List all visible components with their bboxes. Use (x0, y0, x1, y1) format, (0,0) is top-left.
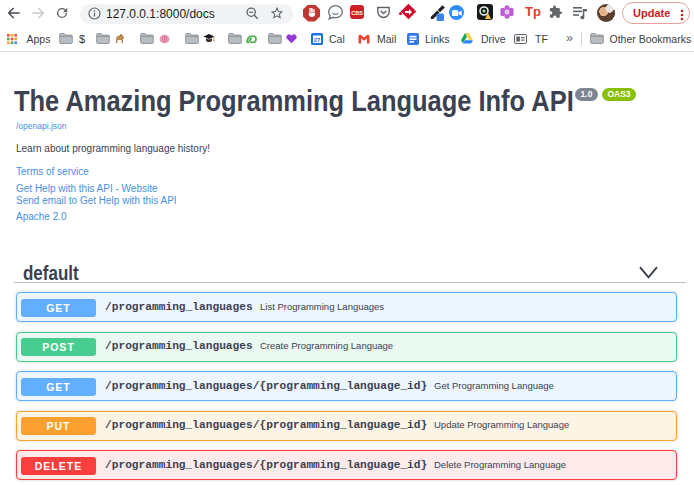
svg-text:27: 27 (314, 37, 321, 43)
